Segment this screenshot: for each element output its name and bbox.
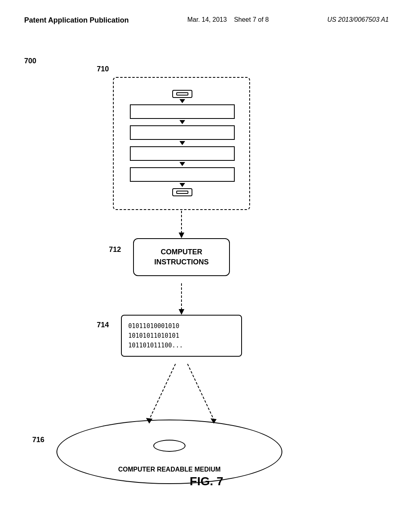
publication-date-sheet: Mar. 14, 2013 Sheet 7 of 8 (188, 16, 269, 23)
binary-box: 01011010001010 10101011010101 1011010111… (121, 315, 242, 357)
arrow-4 (179, 162, 185, 166)
flow-box-3 (130, 146, 235, 161)
label-714: 714 (97, 321, 109, 329)
label-710: 710 (97, 65, 109, 73)
inner-flow-710 (122, 90, 243, 196)
medium-label: COMPUTER READABLE MEDIUM (118, 466, 221, 473)
box-712: 712 COMPUTER INSTRUCTIONS (133, 238, 230, 276)
page-header: Patent Application Publication Mar. 14, … (0, 0, 413, 25)
connector-inner-bottom (176, 191, 188, 194)
ci-line2: INSTRUCTIONS (138, 257, 225, 267)
top-connector (172, 90, 192, 98)
ci-line1: COMPUTER (138, 247, 225, 257)
flow-box-1 (130, 104, 235, 119)
bottom-connector (172, 188, 192, 196)
arrow-2 (179, 120, 185, 124)
binary-line1: 01011010001010 (128, 321, 235, 331)
disc-hole (153, 440, 186, 452)
connector-inner (176, 92, 188, 96)
computer-readable-medium-ellipse: COMPUTER READABLE MEDIUM (56, 420, 282, 484)
svg-line-4 (149, 364, 175, 420)
binary-line2: 10101011010101 (128, 331, 235, 341)
flow-box-4 (130, 167, 235, 182)
svg-line-5 (188, 364, 214, 420)
svg-marker-3 (179, 309, 184, 315)
binary-line3: 101101011100... (128, 341, 235, 350)
box-710: 710 (113, 77, 250, 210)
dashed-box-710 (113, 77, 250, 210)
arrow-5 (179, 183, 185, 187)
label-712: 712 (109, 245, 121, 254)
sheet-info: Sheet 7 of 8 (234, 16, 269, 23)
box-716: 716 COMPUTER READABLE MEDIUM (56, 420, 282, 484)
computer-instructions-box: COMPUTER INSTRUCTIONS (133, 238, 230, 276)
label-700: 700 (24, 57, 36, 65)
diagram-area: 700 710 (0, 25, 413, 500)
figure-label: FIG. 7 (190, 474, 223, 488)
publication-title: Patent Application Publication (24, 16, 129, 25)
box-714: 714 01011010001010 10101011010101 101101… (121, 315, 242, 357)
flow-box-2 (130, 125, 235, 140)
patent-number: US 2013/0067503 A1 (327, 16, 389, 23)
label-716: 716 (32, 436, 44, 444)
svg-marker-1 (179, 233, 184, 238)
arrow-3 (179, 141, 185, 145)
pub-date: Mar. 14, 2013 (188, 16, 227, 23)
arrow-1 (179, 99, 185, 103)
